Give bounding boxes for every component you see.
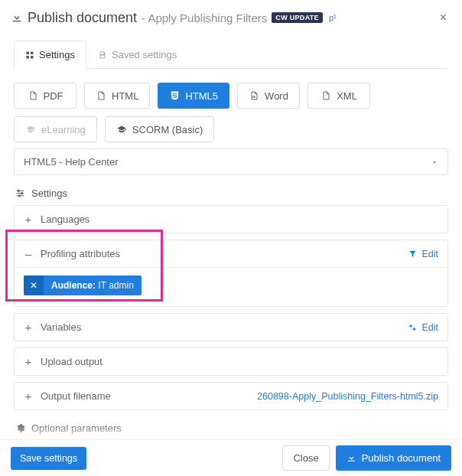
graduation-icon [116,124,127,135]
file-word-icon [249,90,259,101]
grid-icon [25,51,34,60]
chip-remove-icon[interactable]: ✕ [24,275,44,295]
svg-rect-2 [27,56,30,59]
accordion-upload-head[interactable]: +Upload output [15,348,447,375]
acc-label: Profiling attributes [41,248,120,259]
format-xml[interactable]: XML [307,83,370,109]
close-icon[interactable]: × [435,8,451,28]
optional-heading: Optional parameters [15,422,448,434]
format-html[interactable]: HTML [84,83,150,109]
svg-point-7 [410,324,412,327]
accordion-output-filename-head[interactable]: +Output filename 260898-Apply_Publishing… [15,383,447,409]
dialog-header: Publish document - Apply Publishing Filt… [0,0,462,34]
accordion-languages-head[interactable]: +Languages [15,206,447,233]
tab-label-saved: Saved settings [112,49,177,60]
format-html5[interactable]: HTML5 [158,83,229,109]
tab-label-settings: Settings [39,49,75,60]
plus-icon: + [24,321,33,334]
profiling-edit-link[interactable]: Edit [408,249,438,259]
button-label: Close [293,452,318,464]
plus-icon: + [24,355,33,368]
output-filename-value: 260898-Apply_Publishing_Filters-html5.zi… [257,391,438,402]
filter-icon [408,249,417,258]
accordion-profiling-head[interactable]: –Profiling attributes Edit [15,240,447,267]
chip-text: Audience: IT admin [44,275,142,295]
chevron-down-icon [431,158,438,166]
format-label: XML [337,90,357,102]
edit-label: Edit [421,322,438,333]
sliders-icon [15,188,25,198]
svg-point-4 [18,190,19,191]
download-icon [11,11,23,24]
acc-label: Variables [41,321,81,333]
button-label: Publish document [362,452,441,464]
svg-rect-1 [31,51,34,54]
chip-val: IT admin [96,280,134,291]
format-label: HTML [112,90,138,102]
edit-label: Edit [421,249,438,259]
graduation-icon [25,124,36,135]
optional-label: Optional parameters [31,422,122,434]
file-pdf-icon [28,90,38,101]
dialog-subtitle: - Apply Publishing Filters [142,11,267,24]
accordion-upload: +Upload output [14,347,448,376]
acc-label: Languages [41,214,89,225]
profiling-body: ✕ Audience: IT admin [15,267,447,306]
accordion-profiling: –Profiling attributes Edit ✕ Audience: I… [14,240,448,307]
minus-icon: – [24,247,33,260]
file-html-icon [96,90,106,101]
download-icon [346,453,356,463]
settings-label: Settings [31,187,67,199]
profiling-chip: ✕ Audience: IT admin [24,275,142,295]
dialog-footer: Save settings Close Publish document [0,439,462,476]
format-label: Word [265,90,288,102]
settings-heading: Settings [15,187,448,199]
tabs: Settings Saved settings [14,41,448,69]
gears-icon [408,323,417,332]
accordion-languages: +Languages [14,205,448,233]
format-word[interactable]: Word [237,83,300,109]
save-settings-button[interactable]: Save settings [11,447,86,470]
accordion-variables: +Variables Edit [14,313,448,341]
cw-update-badge: CW UPDATE [272,12,323,23]
format-label: PDF [44,90,63,102]
format-elearning[interactable]: eLearning [14,116,97,142]
format-pdf[interactable]: PDF [14,83,76,109]
publish-button[interactable]: Publish document [336,445,451,471]
dialog-title: Publish document [28,10,137,26]
svg-point-6 [18,195,20,197]
format-label: HTML5 [185,90,218,102]
close-button[interactable]: Close [282,445,329,471]
html5-icon [169,90,180,101]
button-label: Save settings [20,453,77,464]
tab-settings[interactable]: Settings [14,41,86,69]
superscript-label: p¹ [329,13,337,22]
plus-icon: + [24,390,33,403]
acc-label: Upload output [41,356,102,367]
format-label: SCORM (Basic) [132,124,203,135]
svg-point-8 [413,328,415,330]
dialog-body: Settings Saved settings PDF HTML HTML5 [0,34,462,476]
format-label: eLearning [41,124,86,135]
svg-rect-3 [31,56,34,59]
gear-icon [15,423,25,433]
accordion-output-filename: +Output filename 260898-Apply_Publishing… [14,382,448,410]
format-scorm[interactable]: SCORM (Basic) [105,116,214,142]
svg-rect-0 [27,51,30,54]
plus-icon: + [24,213,33,226]
layout-select-value: HTML5 - Help Center [24,156,119,168]
acc-label: Output filename [41,390,111,402]
file-xml-icon [320,90,331,101]
chip-key: Audience: [51,280,96,291]
svg-point-5 [21,192,23,194]
publish-dialog: Publish document - Apply Publishing Filt… [0,0,462,476]
variables-edit-link[interactable]: Edit [408,322,438,333]
format-buttons: PDF HTML HTML5 Word XML eLearning [14,83,448,142]
layout-select[interactable]: HTML5 - Help Center [14,148,448,175]
accordion-variables-head[interactable]: +Variables Edit [15,314,447,341]
tab-saved-settings[interactable]: Saved settings [86,41,188,68]
save-icon [98,51,107,60]
